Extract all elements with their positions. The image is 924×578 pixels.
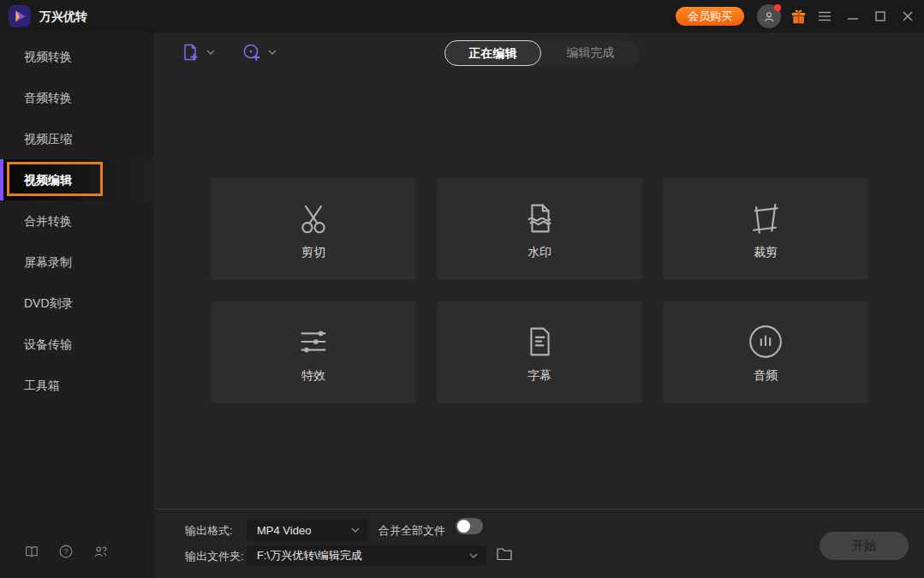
- sidebar-item-device-transfer[interactable]: 设备传输: [0, 324, 154, 365]
- crop-icon: [746, 199, 785, 238]
- close-button[interactable]: [895, 0, 921, 33]
- sidebar: 视频转换 音频转换 视频压缩 视频编辑 合并转换 屏幕录制 DVD刻录 设备传输…: [0, 33, 154, 578]
- sidebar-item-label: 视频压缩: [24, 132, 72, 146]
- chevron-down-icon: [469, 553, 478, 558]
- menu-button[interactable]: [812, 0, 838, 33]
- sidebar-item-label: 音频转换: [24, 91, 72, 104]
- sidebar-item-toolbox[interactable]: 工具箱: [0, 365, 154, 406]
- tile-subtitle[interactable]: 字幕: [437, 301, 642, 403]
- output-folder-value: F:\万兴优转\编辑完成: [257, 545, 362, 566]
- add-file-dropdown-chevron[interactable]: [206, 50, 215, 55]
- chevron-down-icon: [351, 527, 360, 533]
- add-file-button[interactable]: [180, 42, 200, 63]
- user-icon: [761, 9, 777, 24]
- sidebar-menu: 视频转换 音频转换 视频压缩 视频编辑 合并转换 屏幕录制 DVD刻录 设备传输…: [0, 36, 154, 406]
- account-avatar[interactable]: [757, 4, 781, 28]
- sidebar-item-label: 屏幕录制: [24, 255, 72, 269]
- output-format-value: MP4 Video: [257, 519, 311, 541]
- start-button[interactable]: 开始: [820, 532, 909, 560]
- tile-label: 水印: [528, 245, 551, 260]
- people-icon: [92, 544, 108, 559]
- sidebar-item-label: 设备传输: [24, 337, 72, 351]
- tile-label: 剪切: [301, 245, 325, 260]
- tile-watermark[interactable]: 水印: [437, 178, 642, 280]
- chevron-down-icon: [206, 50, 215, 55]
- help-icon: ?: [58, 544, 74, 559]
- tab-editing[interactable]: 正在编辑: [444, 40, 541, 66]
- sidebar-item-video-edit[interactable]: 视频编辑: [0, 159, 154, 200]
- add-disc-icon: [241, 42, 262, 63]
- member-purchase-button[interactable]: 会员购买: [676, 7, 744, 26]
- contact-button[interactable]: [92, 544, 108, 559]
- scissors-icon: [294, 199, 333, 238]
- app-title: 万兴优转: [39, 0, 87, 33]
- output-folder-label: 输出文件夹:: [185, 549, 244, 564]
- browse-folder-button[interactable]: [496, 546, 513, 562]
- tile-cut[interactable]: 剪切: [211, 178, 416, 280]
- sidebar-item-label: 工具箱: [24, 378, 60, 392]
- titlebar: 万兴优转 会员购买: [0, 0, 924, 33]
- subtitle-icon: [520, 322, 559, 361]
- minimize-button[interactable]: [840, 0, 866, 33]
- sidebar-item-video-compress[interactable]: 视频压缩: [0, 118, 154, 159]
- sidebar-item-audio-convert[interactable]: 音频转换: [0, 77, 154, 118]
- edit-state-tabs: 正在编辑 编辑完成: [444, 40, 640, 66]
- tile-label: 特效: [301, 368, 325, 384]
- main-area: 正在编辑 编辑完成 剪切: [154, 33, 924, 509]
- maximize-button[interactable]: [867, 0, 893, 33]
- tile-audio[interactable]: 音频: [663, 301, 868, 403]
- svg-text:?: ?: [63, 547, 68, 556]
- merge-all-toggle[interactable]: [456, 518, 483, 534]
- toggle-knob: [457, 520, 470, 533]
- minimize-icon: [847, 11, 859, 21]
- notification-dot: [774, 4, 781, 11]
- effects-icon: [294, 322, 333, 361]
- add-dvd-dropdown-chevron[interactable]: [268, 50, 277, 55]
- output-format-select[interactable]: MP4 Video: [247, 519, 368, 541]
- guide-button[interactable]: [24, 544, 39, 559]
- hamburger-icon: [818, 11, 832, 21]
- tile-label: 字幕: [528, 368, 551, 384]
- close-icon: [903, 11, 913, 21]
- sidebar-item-label: 合并转换: [24, 214, 72, 228]
- tile-effects[interactable]: 特效: [211, 301, 416, 403]
- add-file-icon: [180, 42, 200, 63]
- app-logo-icon: [9, 5, 31, 27]
- audio-icon: [746, 322, 785, 361]
- output-folder-select[interactable]: F:\万兴优转\编辑完成: [247, 545, 486, 566]
- tile-crop[interactable]: 裁剪: [663, 178, 868, 280]
- uniconverter-window: 万兴优转 会员购买: [0, 0, 924, 578]
- highlight-box: [7, 162, 103, 196]
- output-format-label: 输出格式:: [185, 523, 233, 539]
- maximize-icon: [875, 11, 885, 21]
- sidebar-item-label: 视频转换: [24, 50, 72, 63]
- edit-tools-grid: 剪切 水印: [211, 178, 868, 425]
- sidebar-item-screen-record[interactable]: 屏幕录制: [0, 241, 154, 283]
- chevron-down-icon: [268, 50, 277, 55]
- watermark-icon: [520, 199, 559, 238]
- output-settings-bar: 输出格式: MP4 Video 合并全部文件 输出文件夹: F:\万兴优转\编辑…: [154, 509, 924, 578]
- sidebar-item-merge-convert[interactable]: 合并转换: [0, 200, 154, 241]
- sidebar-item-label: DVD刻录: [24, 296, 74, 310]
- folder-icon: [496, 546, 513, 562]
- add-dvd-button[interactable]: [241, 42, 262, 63]
- tab-edit-finished[interactable]: 编辑完成: [541, 40, 640, 66]
- help-button[interactable]: ?: [58, 544, 74, 559]
- book-icon: [24, 544, 39, 559]
- selected-indicator-bar: [0, 159, 3, 200]
- sidebar-item-dvd-burn[interactable]: DVD刻录: [0, 283, 154, 324]
- sidebar-footer: ?: [0, 544, 154, 559]
- merge-all-label: 合并全部文件: [379, 523, 445, 539]
- tile-label: 音频: [754, 368, 778, 384]
- gift-icon[interactable]: [789, 7, 808, 27]
- sidebar-item-video-convert[interactable]: 视频转换: [0, 36, 154, 77]
- tile-label: 裁剪: [754, 245, 778, 260]
